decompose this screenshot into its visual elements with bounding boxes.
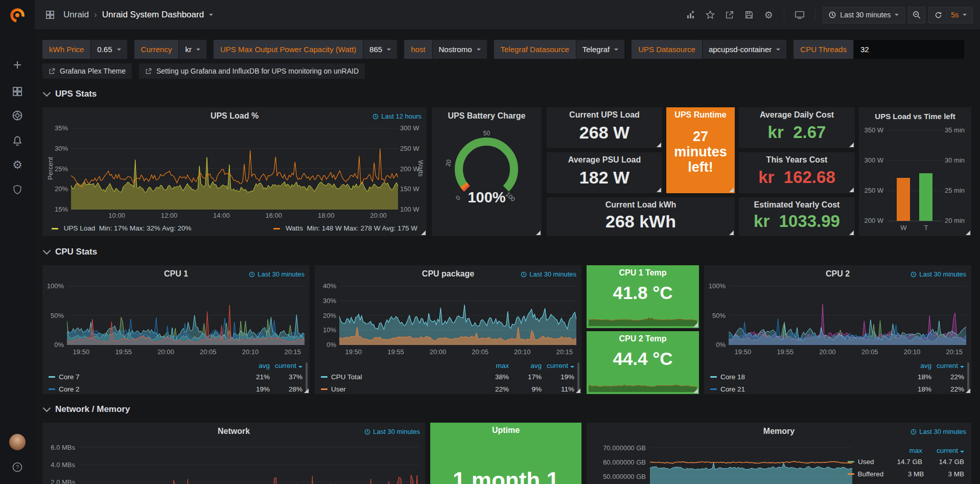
legend-series-name[interactable]: Core 7 bbox=[59, 373, 80, 381]
series-stats: Min: 17% Max: 32% Avg: 20% bbox=[99, 224, 192, 232]
link-ups-monitoring-guide[interactable]: Setting up Grafana and InfluxDB for UPS … bbox=[139, 63, 365, 79]
series-color-dash bbox=[49, 388, 55, 390]
legend-col-avg[interactable]: avg bbox=[899, 362, 931, 370]
variable-value: Telegraf bbox=[582, 45, 610, 54]
variable-host[interactable]: host Nostromo bbox=[404, 40, 486, 59]
legend-col-current[interactable]: current bbox=[542, 362, 574, 370]
panel-title-battery[interactable]: UPS Battery Charge bbox=[432, 107, 542, 125]
panel-title-load-vs-time[interactable]: UPS Load vs Time left bbox=[859, 107, 971, 125]
user-avatar[interactable] bbox=[0, 432, 35, 452]
panel-title-average-daily-cost[interactable]: Average Daily Cost bbox=[739, 110, 855, 120]
panel-title-estimated-yearly-cost[interactable]: Estimated Yearly Cost bbox=[739, 200, 855, 210]
legend-col-max[interactable]: max bbox=[476, 362, 509, 370]
row-header-ups-stats[interactable]: UPS Stats bbox=[44, 89, 97, 99]
bar-plot-area[interactable] bbox=[888, 130, 943, 221]
panel-title-uptime[interactable]: Uptime bbox=[430, 426, 581, 435]
y-axis-left: 100%50%0% bbox=[708, 282, 726, 349]
legend-value: 14.7 GB bbox=[880, 458, 922, 466]
cpu-package-chart[interactable] bbox=[339, 286, 576, 345]
legend-col-current[interactable]: current bbox=[270, 362, 302, 370]
memory-chart[interactable] bbox=[650, 443, 852, 484]
panel-title-cpu1-temp[interactable]: CPU 1 Temp bbox=[587, 268, 699, 278]
time-override-badge: Last 30 minutes bbox=[911, 428, 966, 435]
legend-series-ups-load[interactable]: UPS Load Min: 17% Max: 32% Avg: 20% bbox=[52, 224, 191, 232]
explore-icon[interactable] bbox=[0, 105, 35, 126]
cpu1-chart[interactable] bbox=[67, 286, 305, 345]
legend-series-name[interactable]: Buffered bbox=[858, 470, 884, 478]
time-range-picker[interactable]: Last 30 minutes bbox=[823, 7, 905, 24]
variable-ups-max-power[interactable]: UPS Max Output Power Capacity (Watt) 865 bbox=[214, 40, 397, 59]
cpu2-chart[interactable] bbox=[729, 286, 966, 345]
tv-mode-icon[interactable] bbox=[791, 7, 808, 23]
grafana-logo[interactable] bbox=[0, 5, 35, 26]
legend-scrollbar[interactable] bbox=[577, 362, 579, 391]
legend-series-name[interactable]: CPU Total bbox=[331, 373, 362, 381]
dashboard-settings-icon[interactable]: ⚙ bbox=[760, 7, 777, 23]
panel-title-ups-load[interactable]: UPS Load % bbox=[42, 107, 427, 125]
dashboard-title[interactable]: Unraid System Dashboard bbox=[102, 10, 204, 20]
template-variables: kWh Price 0.65 Currency kr UPS Max Outpu… bbox=[42, 40, 964, 59]
dashboards-icon[interactable] bbox=[0, 81, 35, 102]
legend-series-name[interactable]: User bbox=[331, 385, 346, 393]
y-axis-left: 40%30% 20%10% 0% bbox=[319, 282, 336, 349]
apps-grid-icon[interactable] bbox=[42, 7, 58, 23]
add-icon[interactable] bbox=[0, 55, 35, 75]
legend-value: 22% bbox=[476, 385, 509, 393]
variable-telegraf-datasource[interactable]: Telegraf Datasource Telegraf bbox=[494, 40, 625, 59]
legend-series-name[interactable]: Core 18 bbox=[720, 373, 745, 381]
legend-col-max[interactable]: max bbox=[880, 447, 922, 454]
panel-title-ups-runtime[interactable]: UPS Runtime bbox=[666, 110, 735, 120]
link-grafana-plex-theme[interactable]: Grafana Plex Theme bbox=[42, 63, 132, 79]
variable-label: Telegraf Datasource bbox=[494, 40, 576, 59]
ups-load-chart[interactable] bbox=[71, 128, 398, 210]
breadcrumb-folder[interactable]: Unraid bbox=[63, 10, 89, 20]
legend-series-watts[interactable]: Watts Min: 148 W Max: 278 W Avg: 175 W bbox=[273, 224, 417, 232]
legend-col-current[interactable]: current bbox=[931, 362, 964, 370]
x-axis: 19:5019:55 20:0020:05 20:1020:15 bbox=[67, 348, 305, 356]
network-chart[interactable] bbox=[79, 443, 419, 484]
variable-cpu-threads[interactable]: CPU Threads 32 bbox=[794, 40, 964, 59]
panel-ups-runtime: UPS Runtime 27 minutes left! bbox=[666, 107, 735, 193]
legend-scrollbar[interactable] bbox=[306, 362, 308, 391]
settings-gear-icon[interactable]: ⚙ bbox=[0, 155, 35, 175]
panel-network: Network Last 30 minutes 6.0 MBs 4.0 MBs … bbox=[42, 423, 425, 484]
panel-title-current-load-kwh[interactable]: Current Load kWh bbox=[547, 200, 735, 210]
legend-col-current[interactable]: current bbox=[922, 447, 964, 454]
share-icon[interactable] bbox=[721, 7, 738, 23]
panel-title-this-years-cost[interactable]: This Years Cost bbox=[739, 155, 855, 165]
variable-ups-datasource[interactable]: UPS Datasource apcupsd-container bbox=[632, 40, 786, 59]
row-header-cpu-stats[interactable]: CPU Stats bbox=[44, 247, 97, 257]
panel-title-average-psu-load[interactable]: Average PSU Load bbox=[547, 155, 662, 165]
variable-currency[interactable]: Currency kr bbox=[134, 40, 206, 59]
save-icon[interactable] bbox=[741, 7, 757, 23]
chevron-down-icon bbox=[43, 247, 51, 255]
sidebar: ⚙ ? bbox=[0, 0, 35, 484]
series-color-dash bbox=[52, 228, 58, 229]
refresh-picker[interactable]: 5s bbox=[928, 7, 973, 24]
shield-icon[interactable] bbox=[0, 179, 35, 200]
ups-runtime-value: 27 minutes left! bbox=[666, 129, 735, 175]
series-color-dash bbox=[848, 473, 854, 475]
panel-title-current-ups-load[interactable]: Current UPS Load bbox=[547, 110, 662, 120]
variable-kwh-price[interactable]: kWh Price 0.65 bbox=[42, 40, 127, 59]
legend-value: 37% bbox=[270, 373, 302, 381]
alerting-bell-icon[interactable] bbox=[0, 130, 35, 151]
cpu-threads-input[interactable]: 32 bbox=[854, 40, 964, 59]
y-tick: 70.000000 GB bbox=[589, 444, 646, 452]
panel-title-cpu2-temp[interactable]: CPU 2 Temp bbox=[587, 334, 699, 343]
legend-col-avg[interactable]: avg bbox=[509, 362, 542, 370]
star-icon[interactable] bbox=[702, 7, 718, 23]
help-icon[interactable]: ? bbox=[0, 457, 35, 477]
legend-series-name[interactable]: Used bbox=[858, 458, 874, 466]
legend-scrollbar[interactable] bbox=[967, 362, 969, 391]
dashboard-title-caret-icon[interactable] bbox=[209, 14, 213, 16]
panel-ups-battery-charge: UPS Battery Charge 50 20 0 100 100% bbox=[432, 107, 542, 236]
panel-estimated-yearly-cost: Estimated Yearly Cost kr 1033.99 bbox=[739, 197, 855, 236]
row-header-network-memory[interactable]: Network / Memory bbox=[44, 404, 130, 414]
time-range-label: Last 30 minutes bbox=[840, 11, 891, 19]
legend-col-avg[interactable]: avg bbox=[237, 362, 270, 370]
legend-series-name[interactable]: Core 2 bbox=[59, 385, 80, 393]
zoom-out-button[interactable] bbox=[908, 7, 925, 24]
legend-series-name[interactable]: Core 21 bbox=[720, 385, 745, 393]
add-panel-icon[interactable] bbox=[683, 7, 699, 23]
